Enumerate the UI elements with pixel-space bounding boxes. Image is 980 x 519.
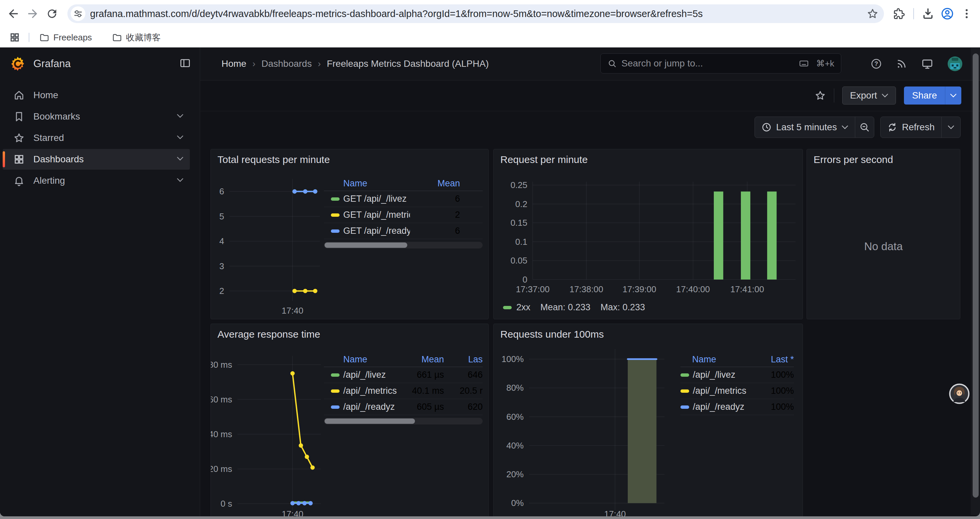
sidebar-item-dashboards[interactable]: Dashboards	[3, 149, 190, 170]
legend-header: Name Mean	[324, 176, 483, 191]
legend-header-name[interactable]: Name	[324, 355, 407, 365]
profile-icon[interactable]	[940, 6, 955, 21]
user-avatar[interactable]	[947, 56, 963, 72]
legend-header-mean[interactable]: Mean	[407, 355, 444, 365]
dashboard-actions-bar: Export Share	[200, 80, 980, 111]
downloads-icon[interactable]	[921, 6, 935, 21]
legend-row[interactable]: /api/_/metrics 40.1 ms 20.5 r	[324, 383, 483, 399]
no-data-message: No data	[807, 240, 960, 253]
legend-row[interactable]: /api/_/livez 661 µs 646	[324, 367, 483, 383]
legend-row[interactable]: GET /api/_/readyz 6	[324, 223, 483, 239]
series-swatch	[681, 390, 689, 393]
legend-row[interactable]: GET /api/_/metrics 2	[324, 207, 483, 223]
breadcrumb-current: Freeleaps Metrics Dashboard (ALPHA)	[327, 58, 489, 69]
svg-text:60 ms: 60 ms	[211, 394, 232, 404]
sidebar-item-alerting[interactable]: Alerting	[3, 170, 190, 191]
legend-row[interactable]: /api/_/livez 100%	[681, 367, 794, 383]
series-swatch	[503, 306, 512, 309]
scrollbar-thumb[interactable]	[325, 243, 407, 248]
sidebar-item-bookmarks[interactable]: Bookmarks	[3, 106, 190, 127]
grafana-logo-icon[interactable]	[10, 56, 25, 72]
search-input[interactable]: Search or jump to... ⌘+k	[600, 53, 841, 73]
apps-grid-icon[interactable]	[7, 30, 22, 45]
legend-row[interactable]: /api/_/readyz 100%	[681, 399, 794, 415]
series-name: GET /api/_/readyz	[343, 226, 410, 236]
scrollbar-thumb[interactable]	[325, 418, 415, 424]
scrollbar-thumb[interactable]	[973, 53, 978, 498]
svg-text:20 ms: 20 ms	[211, 464, 232, 474]
chevron-down-icon[interactable]	[177, 135, 184, 141]
legend-table: Name Last * /api/_/livez 100% /api/_/met…	[681, 352, 794, 415]
legend-row[interactable]: /api/_/readyz 605 µs 620	[324, 399, 483, 415]
refresh-interval-button[interactable]	[941, 117, 960, 137]
legend-header: Name Mean Las	[324, 352, 483, 367]
series-name: /api/_/readyz	[693, 402, 757, 412]
svg-text:0: 0	[523, 275, 527, 284]
panel-title[interactable]: Total requests per minute	[218, 154, 330, 165]
url-bar[interactable]: grafana.mathmast.com/d/deytv4rwavabkb/fr…	[67, 4, 884, 23]
monitor-icon[interactable]	[921, 58, 933, 70]
panel-title[interactable]: Average response time	[218, 329, 320, 340]
legend-row[interactable]: /api/_/metrics 100%	[681, 383, 794, 399]
url-text[interactable]: grafana.mathmast.com/d/deytv4rwavabkb/fr…	[90, 8, 865, 19]
forward-icon[interactable]	[25, 6, 40, 21]
series-name: GET /api/_/livez	[343, 194, 410, 204]
bookmark-folder-blogs[interactable]: 收藏博客	[109, 30, 164, 45]
legend-header: Name Last *	[681, 352, 794, 367]
nav-brand-area: Grafana	[0, 48, 200, 80]
assistant-avatar-button[interactable]	[949, 383, 970, 404]
help-icon[interactable]: ?	[870, 58, 882, 69]
legend-header-name[interactable]: Name	[681, 355, 757, 365]
reload-icon[interactable]	[45, 6, 59, 21]
series-max: Max: 0.233	[600, 302, 645, 313]
favorite-star-icon[interactable]	[815, 90, 826, 101]
legend-header-last[interactable]: Last *	[757, 355, 794, 365]
svg-text:17:37:00: 17:37:00	[516, 284, 549, 294]
share-menu-button[interactable]	[945, 86, 961, 105]
zoom-out-button[interactable]	[855, 117, 874, 137]
breadcrumb-home[interactable]: Home	[221, 58, 247, 69]
extensions-icon[interactable]	[892, 6, 907, 21]
sidebar-item-label: Alerting	[33, 175, 65, 186]
sidebar-item-starred[interactable]: Starred	[3, 128, 190, 148]
panel-title[interactable]: Request per minute	[500, 154, 588, 165]
nav-icon-cluster: ?	[870, 48, 963, 80]
chevron-down-icon[interactable]	[177, 113, 184, 120]
back-icon[interactable]	[6, 6, 21, 21]
request-per-minute-chart[interactable]: 0.250.20.150.10.05017:37:0017:38:0017:39…	[494, 149, 803, 319]
legend-header-name[interactable]: Name	[324, 178, 410, 189]
export-button[interactable]: Export	[842, 86, 896, 105]
series-name: /api/_/livez	[343, 370, 407, 380]
svg-text:0 s: 0 s	[221, 498, 232, 509]
bookmark-label: 收藏博客	[126, 32, 161, 43]
sidebar-item-home[interactable]: Home	[3, 85, 190, 105]
share-button[interactable]: Share	[904, 86, 961, 105]
chevron-down-icon[interactable]	[177, 178, 184, 184]
site-settings-icon[interactable]	[71, 6, 85, 21]
bookmark-folder-freeleaps[interactable]: Freeleaps	[36, 30, 95, 45]
panel-title[interactable]: Requests under 100ms	[500, 329, 604, 340]
svg-text:17:40: 17:40	[604, 509, 626, 516]
svg-text:17:40: 17:40	[282, 306, 303, 316]
legend-scrollbar[interactable]	[324, 418, 483, 425]
panel-title[interactable]: Errors per second	[813, 154, 893, 165]
breadcrumb-dashboards[interactable]: Dashboards	[261, 58, 312, 69]
legend-header-last[interactable]: Las	[444, 355, 483, 365]
chevron-down-icon[interactable]	[177, 156, 184, 162]
dashboard-main: Export Share Last 5 minutes	[200, 80, 980, 516]
legend-header-mean[interactable]: Mean	[410, 178, 460, 189]
series-swatch	[331, 197, 340, 201]
browser-menu-icon[interactable]	[959, 6, 974, 21]
legend[interactable]: 2xx Mean: 0.233 Max: 0.233	[503, 302, 655, 313]
news-rss-icon[interactable]	[896, 58, 907, 69]
legend-scrollbar[interactable]	[324, 242, 483, 249]
svg-text:?: ?	[875, 61, 878, 67]
refresh-button[interactable]: Refresh	[881, 117, 941, 137]
svg-text:0.2: 0.2	[515, 199, 527, 209]
mega-menu-toggle-icon[interactable]	[179, 57, 191, 70]
bookmark-star-icon[interactable]	[865, 6, 880, 21]
page-scrollbar[interactable]	[970, 48, 980, 515]
time-range-picker[interactable]: Last 5 minutes	[755, 117, 855, 137]
keyboard-icon	[799, 58, 809, 69]
legend-row[interactable]: GET /api/_/livez 6	[324, 191, 483, 207]
